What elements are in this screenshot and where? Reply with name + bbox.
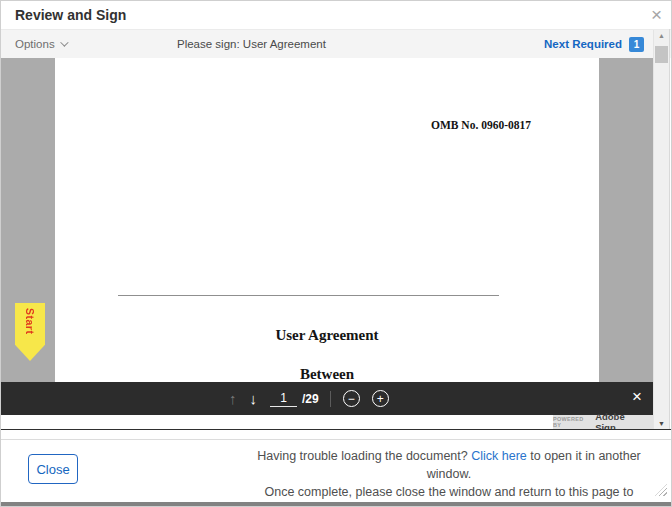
footer-divider — [1, 439, 671, 440]
close-button[interactable]: Close — [28, 454, 78, 484]
toolbar-divider — [330, 391, 331, 407]
close-icon[interactable]: × — [651, 3, 662, 27]
zoom-out-icon[interactable]: − — [343, 390, 360, 407]
chevron-down-icon — [60, 38, 68, 46]
dialog-footer: Close Having trouble loading the documen… — [1, 430, 671, 502]
document-page: OMB No. 0960-0817 User Agreement Between — [55, 58, 599, 382]
page-number-input[interactable] — [270, 391, 297, 407]
trouble-text: Having trouble loading the document? — [257, 449, 471, 463]
window-bottom-edge — [1, 502, 671, 507]
vertical-scrollbar[interactable]: ▲ ▼ — [653, 30, 669, 429]
powered-by-badge: POWERED BY Adobe Sign — [553, 415, 653, 429]
options-label: Options — [15, 38, 55, 50]
dialog-title: Review and Sign — [15, 7, 126, 23]
page-total: /29 — [302, 392, 319, 406]
review-and-sign-dialog: Review and Sign × Options Please sign: U… — [0, 0, 672, 507]
next-required-button[interactable]: Next Required — [544, 38, 622, 50]
document-subtitle: Between — [55, 366, 599, 382]
next-page-icon[interactable]: ↓ — [250, 391, 258, 406]
options-bar: Options Please sign: User Agreement Next… — [1, 29, 671, 58]
horizontal-rule — [118, 295, 499, 296]
sign-prompt: Please sign: User Agreement — [177, 38, 326, 50]
next-required-count-badge[interactable]: 1 — [629, 37, 644, 52]
start-tab[interactable]: Start — [15, 303, 45, 361]
powered-by-label: POWERED BY — [553, 416, 592, 428]
pdf-toolbar: ↑ ↓ /29 − + × — [1, 382, 653, 415]
omb-number: OMB No. 0960-0817 — [431, 119, 531, 131]
document-title: User Agreement — [55, 327, 599, 344]
dialog-header: Review and Sign × — [1, 1, 671, 29]
scroll-down-icon[interactable]: ▼ — [654, 420, 669, 427]
options-menu-button[interactable]: Options — [15, 30, 66, 58]
powered-strip: POWERED BY Adobe Sign — [1, 415, 653, 429]
toolbar-close-icon[interactable]: × — [632, 387, 642, 407]
click-here-link[interactable]: Click here — [471, 449, 527, 463]
trouble-message: Having trouble loading the document? Cli… — [239, 447, 659, 507]
document-viewer: OMB No. 0960-0817 User Agreement Between… — [1, 58, 653, 382]
pdf-toolbar-controls: ↑ ↓ /29 − + — [229, 382, 389, 415]
scroll-up-icon[interactable]: ▲ — [654, 32, 669, 39]
scrollbar-thumb[interactable] — [655, 46, 668, 63]
start-tab-label: Start — [24, 308, 36, 334]
zoom-in-icon[interactable]: + — [372, 390, 389, 407]
previous-page-icon[interactable]: ↑ — [229, 391, 237, 406]
right-gutter-border — [669, 29, 670, 429]
